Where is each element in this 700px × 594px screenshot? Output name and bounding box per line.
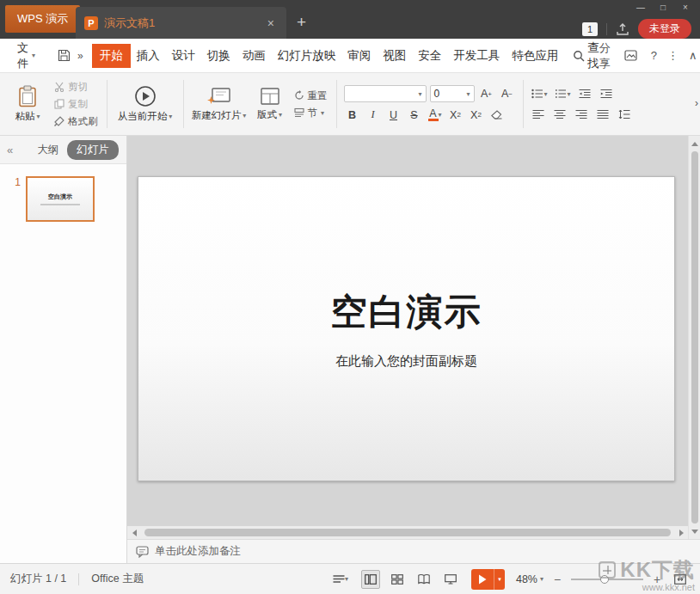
horizontal-scrollbar[interactable] bbox=[127, 526, 688, 539]
doc-count-badge[interactable]: 1 bbox=[582, 22, 598, 36]
new-tab-button[interactable]: + bbox=[297, 14, 306, 30]
align-left-button[interactable] bbox=[530, 107, 548, 123]
horizontal-scroll-thumb[interactable] bbox=[144, 529, 671, 536]
normal-view-button[interactable] bbox=[361, 570, 380, 589]
fit-to-window-button[interactable] bbox=[671, 570, 690, 589]
play-options-icon[interactable]: ▾ bbox=[494, 569, 505, 590]
menu-tab-design[interactable]: 设计 bbox=[166, 44, 201, 68]
slide-canvas[interactable]: 空白演示 在此输入您的封面副标题 bbox=[127, 136, 688, 539]
notes-toggle-button[interactable]: ▾ bbox=[328, 570, 353, 589]
sidebar-tab-outline[interactable]: 大纲 bbox=[37, 143, 58, 157]
save-icon[interactable] bbox=[54, 49, 74, 62]
scroll-right-icon[interactable] bbox=[674, 530, 688, 536]
ribbon-divider bbox=[336, 80, 337, 128]
help-icon[interactable]: ? bbox=[651, 49, 657, 62]
justify-button[interactable] bbox=[594, 107, 612, 123]
format-painter-button[interactable]: 格式刷 bbox=[52, 114, 101, 129]
scroll-down-icon[interactable] bbox=[691, 525, 698, 537]
theme-name[interactable]: Office 主题 bbox=[91, 572, 144, 586]
slideshow-setup-button[interactable] bbox=[441, 570, 460, 589]
ribbon-expand-icon[interactable]: › bbox=[695, 97, 698, 109]
notes-bar[interactable]: 单击此处添加备注 bbox=[127, 539, 700, 563]
section-button[interactable]: 节 ▾ bbox=[292, 106, 330, 120]
menu-tab-security[interactable]: 安全 bbox=[412, 44, 447, 68]
layout-button[interactable]: 版式 ▾ bbox=[250, 77, 290, 132]
minimize-button[interactable]: — bbox=[629, 0, 652, 15]
play-slideshow-button[interactable]: ▾ bbox=[471, 569, 505, 590]
align-center-button[interactable] bbox=[551, 107, 569, 123]
close-button[interactable]: × bbox=[674, 0, 697, 15]
subscript-button[interactable]: X2 bbox=[468, 107, 485, 123]
reset-button[interactable]: 重置 bbox=[292, 89, 330, 103]
font-color-button[interactable]: A ▾ bbox=[427, 107, 444, 123]
slide-sorter-view-button[interactable] bbox=[388, 570, 407, 589]
font-size-value: 0 bbox=[434, 88, 440, 100]
menu-tab-slideshow[interactable]: 幻灯片放映 bbox=[272, 44, 342, 68]
decrease-font-button[interactable]: A− bbox=[499, 86, 516, 102]
vertical-scrollbar[interactable] bbox=[688, 136, 700, 539]
zoom-in-button[interactable]: + bbox=[651, 573, 663, 586]
slide-editor[interactable]: 空白演示 在此输入您的封面副标题 bbox=[138, 176, 675, 481]
menu-tab-special-apps[interactable]: 特色应用 bbox=[506, 44, 564, 68]
login-button[interactable]: 未登录 bbox=[638, 19, 691, 39]
copy-label: 复制 bbox=[68, 98, 88, 111]
numbered-list-button[interactable]: ▾ bbox=[553, 86, 573, 102]
font-name-select[interactable]: ▾ bbox=[344, 85, 427, 102]
chevron-down-icon: ▾ bbox=[439, 111, 442, 119]
menu-tab-home[interactable]: 开始 bbox=[92, 44, 131, 68]
zoom-slider-knob[interactable] bbox=[600, 575, 609, 584]
new-slide-button[interactable]: 新建幻灯片 ▾ bbox=[188, 77, 250, 132]
zoom-level[interactable]: 48% ▾ bbox=[516, 573, 543, 585]
copy-button[interactable]: 复制 bbox=[52, 97, 101, 112]
line-spacing-button[interactable] bbox=[616, 107, 634, 123]
wps-app-button[interactable]: WPS 演示 bbox=[5, 5, 80, 33]
menu-tab-transition[interactable]: 切换 bbox=[201, 44, 236, 68]
tab-close-icon[interactable]: × bbox=[264, 16, 278, 30]
font-size-select[interactable]: 0 ▾ bbox=[430, 85, 475, 102]
maximize-button[interactable]: □ bbox=[652, 0, 674, 15]
increase-font-button[interactable]: A+ bbox=[478, 86, 495, 102]
menu-tab-insert[interactable]: 插入 bbox=[131, 44, 166, 68]
sidebar-tab-slides[interactable]: 幻灯片 bbox=[67, 140, 119, 160]
strikethrough-button[interactable]: S bbox=[406, 107, 423, 123]
slide-title-text[interactable]: 空白演示 bbox=[331, 288, 482, 336]
clear-format-button[interactable] bbox=[488, 107, 506, 123]
slide-thumbnail-row: 1 空白演示 bbox=[0, 176, 126, 222]
collapse-ribbon-icon[interactable]: ∧ bbox=[689, 49, 697, 62]
more-toolbar-icon[interactable]: » bbox=[74, 50, 87, 62]
play-from-current-button[interactable]: 从当前开始 ▾ bbox=[112, 77, 179, 132]
notes-placeholder: 单击此处添加备注 bbox=[155, 544, 241, 559]
collapse-panel-icon[interactable]: « bbox=[7, 144, 13, 156]
skin-icon[interactable] bbox=[621, 50, 641, 61]
increase-font-label: A bbox=[481, 88, 488, 100]
align-right-button[interactable] bbox=[573, 107, 591, 123]
menu-tab-view[interactable]: 视图 bbox=[377, 44, 412, 68]
menu-tab-animation[interactable]: 动画 bbox=[236, 44, 272, 68]
paste-button[interactable]: 粘贴 ▾ bbox=[5, 77, 50, 132]
file-menu[interactable]: 文件 ▾ bbox=[17, 40, 35, 71]
reading-view-button[interactable] bbox=[414, 570, 433, 589]
decrease-indent-button[interactable] bbox=[576, 86, 594, 102]
menu-tab-devtools[interactable]: 开发工具 bbox=[447, 44, 506, 68]
cut-button[interactable]: 剪切 bbox=[52, 80, 101, 95]
increase-indent-button[interactable] bbox=[598, 86, 616, 102]
underline-button[interactable]: U bbox=[385, 107, 402, 123]
scroll-left-icon[interactable] bbox=[127, 530, 141, 536]
chevron-down-icon: ▾ bbox=[466, 90, 470, 98]
document-tab[interactable]: P 演示文稿1 × bbox=[76, 7, 286, 39]
slide-subtitle-text[interactable]: 在此输入您的封面副标题 bbox=[335, 353, 477, 370]
slide-thumbnail[interactable]: 空白演示 bbox=[26, 176, 95, 222]
upload-icon[interactable] bbox=[616, 22, 629, 36]
vertical-scroll-thumb[interactable] bbox=[691, 151, 698, 524]
superscript-button[interactable]: X2 bbox=[447, 107, 464, 123]
menu-tab-review[interactable]: 审阅 bbox=[341, 44, 377, 68]
kebab-menu-icon[interactable]: ⋮ bbox=[667, 49, 679, 62]
zoom-out-button[interactable]: − bbox=[551, 573, 563, 586]
bold-button[interactable]: B bbox=[344, 107, 361, 123]
bullet-list-button[interactable]: ▾ bbox=[530, 86, 550, 102]
scroll-up-icon[interactable] bbox=[691, 138, 698, 150]
share-button[interactable]: 分享 bbox=[599, 40, 611, 71]
zoom-slider[interactable] bbox=[571, 573, 643, 585]
find-button[interactable]: 查找 bbox=[573, 40, 599, 71]
italic-button[interactable]: I bbox=[365, 107, 382, 123]
